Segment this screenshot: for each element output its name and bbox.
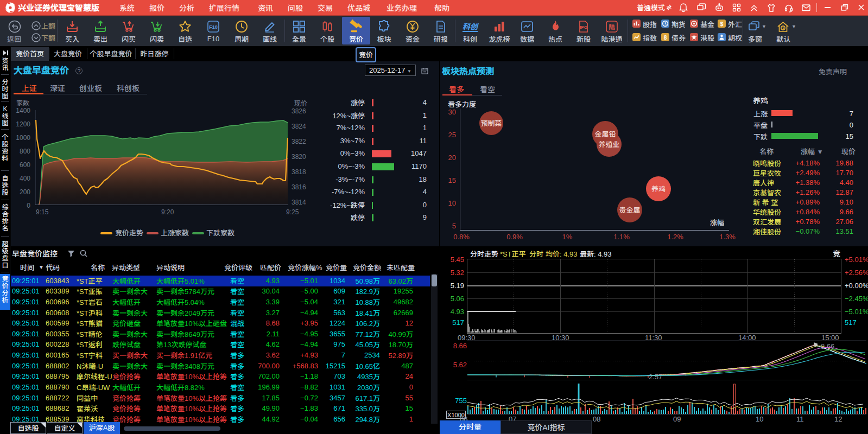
svg-text:陆: 陆 (609, 23, 615, 30)
svg-text:F10: F10 (209, 24, 218, 30)
svg-text:$: $ (720, 21, 724, 27)
svg-text:8: 8 (664, 35, 667, 41)
svg-text:IPO: IPO (580, 25, 587, 30)
